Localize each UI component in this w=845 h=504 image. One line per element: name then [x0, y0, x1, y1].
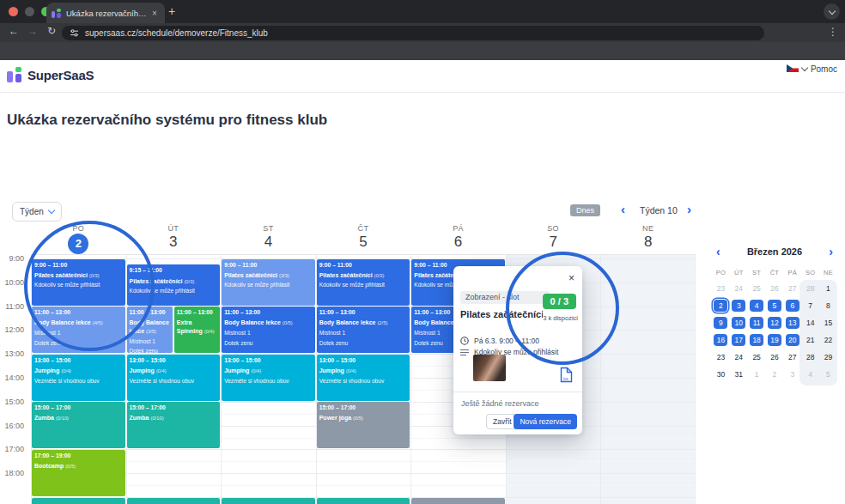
new-reservation-button[interactable]: Nová rezervace	[514, 414, 577, 429]
minical-day[interactable]: 24	[730, 349, 748, 366]
browser-tab[interactable]: Ukázka rezervačního systému ×	[46, 3, 165, 23]
reload-icon[interactable]: ↻	[47, 25, 56, 37]
browser-menu-icon[interactable]: ⋮	[828, 26, 838, 38]
minical-day[interactable]: 16	[712, 331, 730, 349]
help-link[interactable]: Pomoc	[811, 64, 837, 74]
calendar-event[interactable]	[127, 498, 221, 504]
day-number[interactable]: 3	[126, 234, 222, 251]
minical-day[interactable]: 6	[783, 297, 801, 314]
new-tab-icon[interactable]: +	[168, 4, 175, 18]
minical-day-active[interactable]: 11	[750, 317, 763, 329]
minical-day-selected[interactable]: 2	[714, 300, 727, 312]
day-number[interactable]: 6	[410, 234, 506, 251]
calendar-event[interactable]: 13:00 – 15:00Jumping (0/4)Vezměte si vho…	[127, 355, 221, 401]
calendar-event[interactable]: 11:00 – 13:00Body Balance lekce (0/5)Mís…	[222, 307, 315, 353]
day-number[interactable]: 8	[600, 234, 696, 251]
minical-day[interactable]: 9	[712, 314, 730, 331]
minical-prev-icon[interactable]: ‹	[716, 245, 720, 258]
minical-day[interactable]: 23	[712, 349, 730, 366]
minical-day[interactable]: 25	[748, 280, 766, 297]
address-bar[interactable]: supersaas.cz/schedule/demoverze/Fitness_…	[62, 26, 764, 40]
day-number[interactable]: 4	[221, 234, 316, 251]
minical-day[interactable]: 12	[766, 314, 784, 331]
day-header[interactable]: NE8	[600, 224, 696, 251]
minical-day[interactable]: 1	[748, 366, 766, 383]
minical-day[interactable]: 26	[766, 349, 784, 366]
minical-day[interactable]: 27	[783, 349, 801, 366]
day-number[interactable]: 5	[316, 234, 411, 251]
minical-day[interactable]: 13	[783, 314, 801, 331]
minical-day-active[interactable]: 20	[786, 334, 799, 346]
calendar-event[interactable]: 17:00 – 19:00Bootcamp (0/5)	[32, 450, 125, 496]
minical-day-active[interactable]: 13	[786, 317, 799, 329]
minical-day[interactable]: 2	[712, 297, 730, 314]
minical-day[interactable]: 20	[783, 331, 801, 349]
minical-day[interactable]: 1	[819, 280, 837, 297]
minical-day[interactable]: 18	[748, 331, 766, 349]
supersaas-logo[interactable]: SuperSaaS	[7, 67, 94, 82]
day-header[interactable]: PO2	[31, 224, 126, 254]
tab-search-button[interactable]	[824, 3, 840, 20]
calendar-event[interactable]: 11:00 – 13:00Extra Spinning (0/4)	[174, 307, 220, 353]
day-header[interactable]: SO7	[506, 224, 601, 251]
window-controls[interactable]	[9, 7, 51, 16]
calendar-event[interactable]	[317, 498, 410, 504]
minical-day[interactable]: 21	[801, 331, 819, 349]
minical-day[interactable]: 10	[730, 314, 748, 331]
day-header[interactable]: PÁ6	[410, 224, 506, 251]
minical-day[interactable]: 23	[712, 280, 730, 297]
next-week-icon[interactable]: ›	[687, 202, 691, 216]
day-header[interactable]: ST4	[221, 224, 316, 251]
minical-day[interactable]: 5	[819, 366, 837, 383]
minical-day[interactable]: 2	[766, 366, 784, 383]
calendar-event[interactable]	[32, 498, 125, 504]
minical-day[interactable]: 14	[801, 314, 819, 331]
language-selector[interactable]	[787, 64, 807, 72]
minical-day-active[interactable]: 6	[786, 300, 799, 312]
minical-next-icon[interactable]: ›	[829, 245, 833, 258]
close-window-button[interactable]	[9, 7, 18, 16]
minical-day[interactable]: 8	[819, 297, 837, 314]
day-header[interactable]: ÚT3	[126, 224, 222, 251]
back-icon[interactable]: ←	[9, 25, 19, 37]
calendar-event[interactable]: 11:00 – 13:00Body Balance lekce (2/5)Mís…	[317, 307, 410, 353]
calendar-event[interactable]: 13:00 – 15:00Jumping (0/4)Vezměte si vho…	[317, 355, 410, 401]
minical-day[interactable]: 4	[801, 366, 819, 383]
minical-day[interactable]: 25	[748, 349, 766, 366]
day-number[interactable]: 7	[506, 234, 601, 251]
minical-day-active[interactable]: 5	[768, 300, 781, 312]
minical-day[interactable]: 19	[766, 331, 784, 349]
calendar-event[interactable]: 11:00 – 13:00Body Balance lekce (3/5)Mís…	[127, 307, 173, 353]
minical-day[interactable]: 24	[730, 280, 748, 297]
today-button[interactable]: Dnes	[570, 204, 600, 216]
calendar-event[interactable]: 13:00 – 15:00Jumping (0/4)Vezměte si vho…	[222, 355, 315, 401]
minical-day[interactable]: 27	[783, 280, 801, 297]
calendar-grid[interactable]: 9:00 – 11:00Pilates začátečníci (0/3)Kdo…	[31, 254, 696, 504]
minical-day[interactable]: 11	[748, 314, 766, 331]
minical-day[interactable]: 29	[819, 349, 837, 366]
ics-download-icon[interactable]: ics	[560, 367, 573, 383]
calendar-event[interactable]: 9:15 – 11:00Pilates začátečníci (0/3)Kdo…	[127, 264, 221, 305]
minical-day[interactable]: 15	[819, 314, 837, 331]
calendar-event[interactable]: 15:00 – 17:00Zumba (0/10)	[127, 402, 221, 448]
minical-day[interactable]: 31	[730, 366, 748, 383]
view-selector[interactable]: Týden	[12, 202, 62, 222]
minical-day[interactable]: 28	[801, 280, 819, 297]
calendar-event[interactable]	[411, 498, 505, 504]
tab-close-icon[interactable]: ×	[152, 9, 157, 18]
minical-day[interactable]: 30	[712, 366, 730, 383]
minical-day[interactable]: 17	[730, 331, 748, 349]
calendar-event[interactable]: 15:00 – 17:00Zumba (0/10)	[32, 402, 125, 448]
minical-day-active[interactable]: 3	[732, 300, 745, 312]
minical-day-active[interactable]: 4	[750, 300, 763, 312]
minical-day[interactable]: 7	[801, 297, 819, 314]
calendar-event[interactable]: 15:00 – 17:00Power jóga (0/5)	[317, 402, 410, 448]
forward-icon[interactable]: →	[27, 25, 38, 37]
minimize-window-button[interactable]	[25, 7, 34, 16]
calendar-event[interactable]: 9:00 – 11:00Pilates začátečníci (0/3)Kdo…	[32, 259, 125, 306]
day-number-today[interactable]: 2	[68, 234, 88, 254]
calendar-event[interactable]: 13:00 – 15:00Jumping (0/4)Vezměte si vho…	[32, 355, 125, 401]
minical-day[interactable]: 4	[748, 297, 766, 314]
minical-day-active[interactable]: 18	[750, 334, 763, 346]
close-icon[interactable]: ×	[568, 273, 574, 283]
